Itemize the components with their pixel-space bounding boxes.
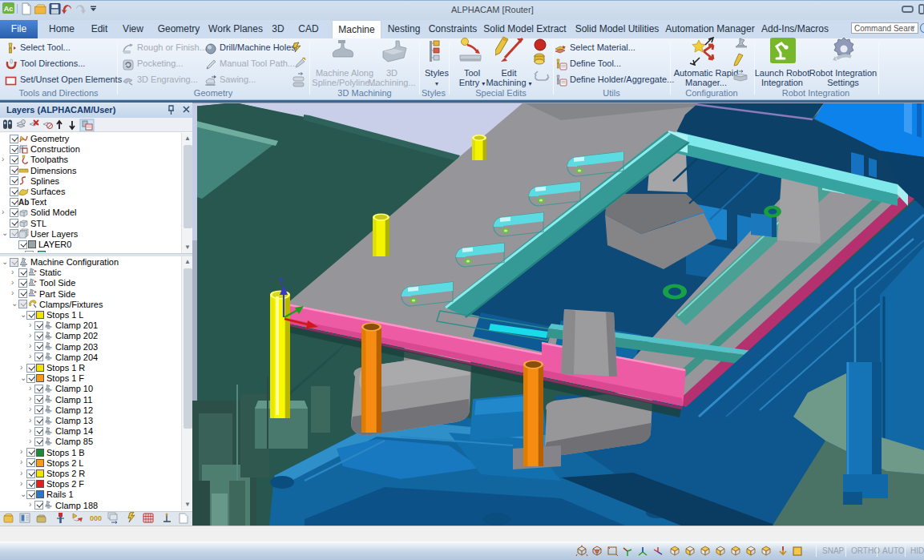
svg-text:000: 000: [90, 514, 102, 522]
svg-text:Z: Z: [279, 278, 284, 287]
svg-text:Ac: Ac: [4, 5, 14, 13]
